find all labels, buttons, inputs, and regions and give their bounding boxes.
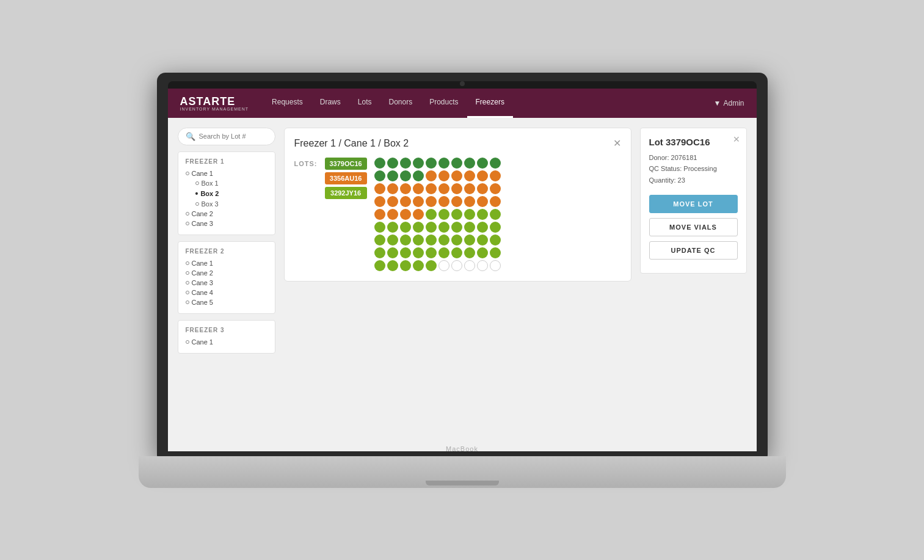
vial[interactable] (374, 158, 385, 169)
vial[interactable] (451, 183, 462, 194)
vial[interactable] (464, 158, 475, 169)
vial[interactable] (374, 170, 385, 181)
vial[interactable] (451, 222, 462, 233)
vial[interactable] (426, 170, 437, 181)
vial[interactable] (490, 260, 501, 271)
nav-freezers[interactable]: Freezers (467, 89, 513, 118)
vial[interactable] (374, 260, 385, 271)
vial[interactable] (438, 209, 449, 220)
vial[interactable] (464, 247, 475, 258)
vial[interactable] (400, 158, 411, 169)
vial[interactable] (374, 222, 385, 233)
vial[interactable] (426, 196, 437, 207)
cane-1[interactable]: Cane 1 (186, 169, 267, 178)
nav-lots[interactable]: Lots (349, 89, 380, 118)
vial[interactable] (387, 235, 398, 245)
vial[interactable] (451, 247, 462, 258)
cane-2[interactable]: Cane 2 (186, 209, 267, 219)
vial[interactable] (438, 158, 449, 169)
f2-cane-4[interactable]: Cane 4 (186, 288, 267, 297)
f2-cane-2[interactable]: Cane 2 (186, 268, 267, 278)
move-lot-button[interactable]: MOVE LOT (649, 195, 738, 213)
vial[interactable] (490, 170, 501, 181)
vial[interactable] (413, 247, 424, 258)
vial[interactable] (451, 209, 462, 220)
vial[interactable] (400, 209, 411, 220)
vial[interactable] (426, 235, 437, 245)
vial[interactable] (400, 247, 411, 258)
nav-donors[interactable]: Donors (380, 89, 421, 118)
vial[interactable] (400, 183, 411, 194)
vial[interactable] (477, 209, 488, 220)
vial[interactable] (438, 196, 449, 207)
vial[interactable] (451, 196, 462, 207)
vial[interactable] (464, 183, 475, 194)
box-3[interactable]: Box 3 (195, 199, 267, 209)
vial[interactable] (400, 260, 411, 271)
vial[interactable] (438, 260, 449, 271)
box-2[interactable]: • Box 2 (195, 188, 267, 199)
vial[interactable] (477, 183, 488, 194)
vial[interactable] (490, 247, 501, 258)
vial[interactable] (477, 247, 488, 258)
vial[interactable] (490, 196, 501, 207)
f2-cane-3[interactable]: Cane 3 (186, 278, 267, 288)
vial[interactable] (374, 235, 385, 245)
vial[interactable] (438, 183, 449, 194)
vial[interactable] (490, 158, 501, 169)
f2-cane-5[interactable]: Cane 5 (186, 297, 267, 307)
lot-tag-green[interactable]: 3379OC16 (325, 158, 367, 170)
vial[interactable] (413, 170, 424, 181)
vial[interactable] (374, 196, 385, 207)
lot-tag-yellow-green[interactable]: 3292JY16 (325, 187, 367, 199)
vial[interactable] (413, 235, 424, 245)
vial[interactable] (413, 209, 424, 220)
vial[interactable] (477, 170, 488, 181)
vial[interactable] (374, 183, 385, 194)
search-input[interactable] (199, 133, 267, 140)
vial[interactable] (413, 183, 424, 194)
vial[interactable] (413, 158, 424, 169)
vial[interactable] (438, 222, 449, 233)
vial[interactable] (464, 260, 475, 271)
vial[interactable] (387, 170, 398, 181)
vial[interactable] (400, 196, 411, 207)
vial[interactable] (490, 183, 501, 194)
vial[interactable] (387, 209, 398, 220)
vial[interactable] (464, 170, 475, 181)
vial[interactable] (387, 222, 398, 233)
update-qc-button[interactable]: UPDATE QC (649, 241, 738, 260)
vial[interactable] (477, 158, 488, 169)
vial[interactable] (387, 247, 398, 258)
vial[interactable] (477, 260, 488, 271)
vial[interactable] (451, 260, 462, 271)
vial[interactable] (426, 260, 437, 271)
vial[interactable] (438, 235, 449, 245)
vial[interactable] (400, 222, 411, 233)
vial[interactable] (387, 196, 398, 207)
vial[interactable] (400, 235, 411, 245)
vial[interactable] (477, 222, 488, 233)
vial[interactable] (426, 222, 437, 233)
vial[interactable] (464, 235, 475, 245)
vial[interactable] (426, 209, 437, 220)
nav-admin[interactable]: ▼ Admin (714, 99, 744, 107)
vial[interactable] (464, 196, 475, 207)
lot-tag-orange[interactable]: 3356AU16 (325, 172, 367, 184)
vial[interactable] (490, 209, 501, 220)
vial[interactable] (413, 222, 424, 233)
vial[interactable] (451, 235, 462, 245)
vial[interactable] (464, 222, 475, 233)
vial[interactable] (387, 158, 398, 169)
vial[interactable] (451, 158, 462, 169)
f3-cane-1[interactable]: Cane 1 (186, 337, 267, 347)
vial[interactable] (413, 196, 424, 207)
move-vials-button[interactable]: MOVE VIALS (649, 218, 738, 236)
vial[interactable] (400, 170, 411, 181)
vial[interactable] (477, 196, 488, 207)
box-modal-close[interactable]: ✕ (613, 139, 621, 148)
vial[interactable] (477, 235, 488, 245)
vial[interactable] (426, 247, 437, 258)
vial[interactable] (490, 235, 501, 245)
lot-detail-close[interactable]: ✕ (733, 134, 740, 144)
